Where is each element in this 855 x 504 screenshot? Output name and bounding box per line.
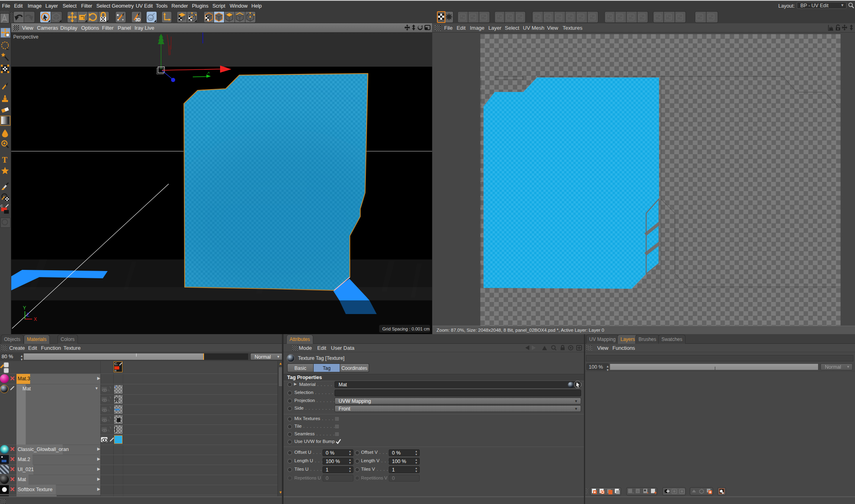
svg-text:☺: ☺ [636,490,639,493]
svg-text:Z: Z [27,312,29,318]
svg-text:T: T [2,155,8,164]
svg-text:C: C [0,204,3,208]
svg-text:X: X [34,316,37,322]
svg-text:Y: Y [23,305,26,311]
